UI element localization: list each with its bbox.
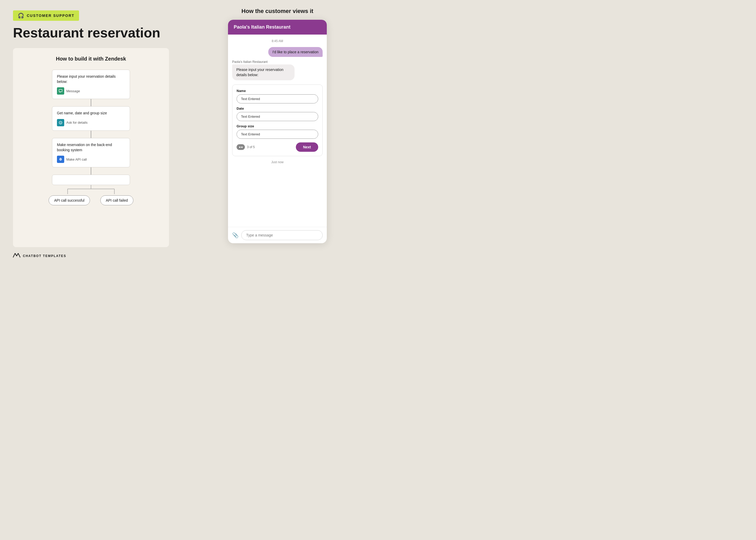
form-footer: 3 of 5 Next — [236, 142, 318, 152]
phone-mockup: Paola's Italian Restaurant 8:45 AM I'd l… — [228, 20, 327, 243]
group-size-field-label: Group size — [236, 124, 318, 128]
date-field-label: Date — [236, 106, 318, 110]
headset-icon: 🎧 — [18, 13, 24, 19]
chat-time: 8:45 AM — [232, 39, 323, 43]
connector-1 — [91, 99, 91, 106]
partial-card — [52, 175, 130, 185]
pagination-container: 3 of 5 — [236, 144, 255, 150]
footer-logo-text: CHATBOT TEMPLATES — [23, 254, 66, 258]
form-card: Name Date Group size 3 of 5 — [232, 84, 323, 156]
badge-label: CUSTOMER SUPPORT — [27, 14, 75, 18]
bot-bubble: Please input your reservation details be… — [232, 65, 295, 80]
flow-card-2-action-label: Ask for details — [66, 121, 87, 124]
next-button[interactable]: Next — [296, 142, 318, 152]
zendesk-logo-icon — [13, 252, 20, 260]
flow-card-2: Get name, date and group size ? Ask for … — [52, 106, 130, 131]
flow-card-1: Please input your reservation details be… — [52, 69, 130, 99]
build-title: How to build it with Zendesk — [23, 56, 159, 62]
group-size-input[interactable] — [236, 130, 318, 139]
chat-restaurant-name: Paola's Italian Restaurant — [234, 24, 321, 30]
left-panel: 🎧 CUSTOMER SUPPORT Restaurant reservatio… — [0, 0, 182, 270]
svg-rect-0 — [59, 89, 62, 92]
flow-card-3-action-label: Make API call — [66, 158, 87, 161]
flow-card-1-title: Please input your reservation details be… — [57, 74, 125, 84]
just-now-label: Just now — [232, 160, 323, 164]
ask-icon: ? — [57, 119, 64, 126]
page-title: Restaurant reservation — [13, 26, 169, 40]
flow-card-1-action: Message — [57, 87, 125, 94]
chat-footer: 📎 — [228, 227, 327, 243]
build-section: How to build it with Zendesk Please inpu… — [13, 48, 169, 247]
message-input[interactable] — [241, 230, 323, 240]
connector-2 — [91, 131, 91, 138]
chat-header: Paola's Italian Restaurant — [228, 20, 327, 35]
category-badge: 🎧 CUSTOMER SUPPORT — [13, 10, 79, 21]
flow-card-2-action: ? Ask for details — [57, 119, 125, 126]
dot-2 — [241, 147, 242, 148]
user-bubble: I'd like to place a reservation — [268, 47, 323, 57]
footer-logo: CHATBOT TEMPLATES — [13, 247, 169, 260]
svg-point-4 — [60, 159, 61, 160]
pagination-text: 3 of 5 — [247, 145, 255, 149]
name-field-label: Name — [236, 89, 318, 93]
connector-3 — [91, 167, 91, 175]
chat-body: 8:45 AM I'd like to place a reservation … — [228, 35, 327, 227]
user-message-container: I'd like to place a reservation — [232, 47, 323, 57]
attach-icon[interactable]: 📎 — [232, 232, 239, 238]
flow-card-2-title: Get name, date and group size — [57, 111, 125, 116]
right-panel: How the customer views it Paola's Italia… — [182, 0, 378, 270]
bot-message-container: Paola's Italian Restaurant Please input … — [232, 60, 323, 80]
flow-card-3: Make reservation on the back-end booking… — [52, 138, 130, 167]
branch-svg-container — [52, 185, 130, 198]
flow-diagram: Please input your reservation details be… — [23, 69, 159, 205]
svg-text:?: ? — [60, 122, 61, 124]
api-icon — [57, 156, 64, 163]
dot-1 — [239, 147, 240, 148]
section-label: How the customer views it — [192, 8, 363, 15]
date-input[interactable] — [236, 112, 318, 121]
message-icon — [57, 87, 64, 94]
flow-card-3-title: Make reservation on the back-end booking… — [57, 142, 125, 153]
name-input[interactable] — [236, 94, 318, 103]
bot-sender-name: Paola's Italian Restaurant — [232, 60, 323, 64]
flow-card-1-action-label: Message — [66, 89, 80, 93]
flow-card-3-action: Make API call — [57, 156, 125, 163]
dots-indicator — [236, 144, 245, 150]
